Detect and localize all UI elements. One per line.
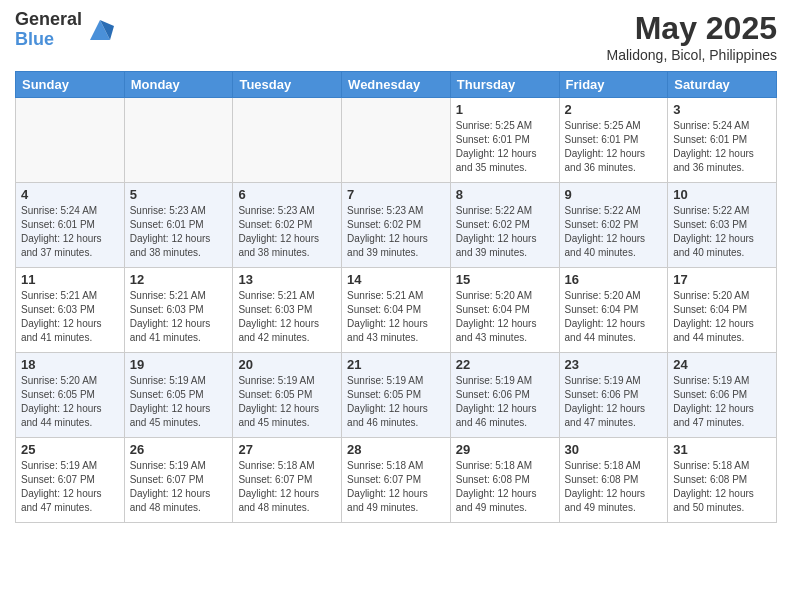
calendar-cell	[342, 98, 451, 183]
calendar-cell: 12Sunrise: 5:21 AM Sunset: 6:03 PM Dayli…	[124, 268, 233, 353]
day-number: 22	[456, 357, 554, 372]
calendar-cell: 6Sunrise: 5:23 AM Sunset: 6:02 PM Daylig…	[233, 183, 342, 268]
day-number: 25	[21, 442, 119, 457]
calendar-cell: 28Sunrise: 5:18 AM Sunset: 6:07 PM Dayli…	[342, 438, 451, 523]
logo-blue: Blue	[15, 30, 82, 50]
location: Malidong, Bicol, Philippines	[607, 47, 777, 63]
day-info: Sunrise: 5:18 AM Sunset: 6:07 PM Dayligh…	[238, 459, 336, 515]
day-number: 20	[238, 357, 336, 372]
calendar-cell: 24Sunrise: 5:19 AM Sunset: 6:06 PM Dayli…	[668, 353, 777, 438]
day-number: 18	[21, 357, 119, 372]
calendar-cell: 15Sunrise: 5:20 AM Sunset: 6:04 PM Dayli…	[450, 268, 559, 353]
month-title: May 2025	[607, 10, 777, 47]
calendar-cell: 8Sunrise: 5:22 AM Sunset: 6:02 PM Daylig…	[450, 183, 559, 268]
week-row-1: 1Sunrise: 5:25 AM Sunset: 6:01 PM Daylig…	[16, 98, 777, 183]
day-number: 17	[673, 272, 771, 287]
calendar-cell	[16, 98, 125, 183]
day-number: 27	[238, 442, 336, 457]
day-info: Sunrise: 5:24 AM Sunset: 6:01 PM Dayligh…	[673, 119, 771, 175]
day-info: Sunrise: 5:19 AM Sunset: 6:07 PM Dayligh…	[130, 459, 228, 515]
header-friday: Friday	[559, 72, 668, 98]
day-info: Sunrise: 5:19 AM Sunset: 6:06 PM Dayligh…	[456, 374, 554, 430]
day-info: Sunrise: 5:18 AM Sunset: 6:08 PM Dayligh…	[565, 459, 663, 515]
day-info: Sunrise: 5:19 AM Sunset: 6:05 PM Dayligh…	[238, 374, 336, 430]
logo: General Blue	[15, 10, 114, 50]
day-info: Sunrise: 5:24 AM Sunset: 6:01 PM Dayligh…	[21, 204, 119, 260]
logo-icon	[86, 16, 114, 44]
day-number: 28	[347, 442, 445, 457]
day-number: 7	[347, 187, 445, 202]
calendar-cell: 23Sunrise: 5:19 AM Sunset: 6:06 PM Dayli…	[559, 353, 668, 438]
calendar-cell: 27Sunrise: 5:18 AM Sunset: 6:07 PM Dayli…	[233, 438, 342, 523]
day-info: Sunrise: 5:23 AM Sunset: 6:01 PM Dayligh…	[130, 204, 228, 260]
week-row-2: 4Sunrise: 5:24 AM Sunset: 6:01 PM Daylig…	[16, 183, 777, 268]
calendar-cell: 9Sunrise: 5:22 AM Sunset: 6:02 PM Daylig…	[559, 183, 668, 268]
day-number: 26	[130, 442, 228, 457]
day-number: 23	[565, 357, 663, 372]
calendar-cell: 7Sunrise: 5:23 AM Sunset: 6:02 PM Daylig…	[342, 183, 451, 268]
day-info: Sunrise: 5:21 AM Sunset: 6:03 PM Dayligh…	[238, 289, 336, 345]
day-number: 19	[130, 357, 228, 372]
week-row-4: 18Sunrise: 5:20 AM Sunset: 6:05 PM Dayli…	[16, 353, 777, 438]
day-number: 29	[456, 442, 554, 457]
day-number: 11	[21, 272, 119, 287]
title-area: May 2025 Malidong, Bicol, Philippines	[607, 10, 777, 63]
day-number: 31	[673, 442, 771, 457]
calendar-cell: 5Sunrise: 5:23 AM Sunset: 6:01 PM Daylig…	[124, 183, 233, 268]
header-monday: Monday	[124, 72, 233, 98]
day-number: 10	[673, 187, 771, 202]
calendar-cell: 11Sunrise: 5:21 AM Sunset: 6:03 PM Dayli…	[16, 268, 125, 353]
calendar-cell: 1Sunrise: 5:25 AM Sunset: 6:01 PM Daylig…	[450, 98, 559, 183]
calendar-cell: 2Sunrise: 5:25 AM Sunset: 6:01 PM Daylig…	[559, 98, 668, 183]
page-container: General Blue May 2025 Malidong, Bicol, P…	[0, 0, 792, 533]
day-info: Sunrise: 5:22 AM Sunset: 6:03 PM Dayligh…	[673, 204, 771, 260]
calendar-cell: 21Sunrise: 5:19 AM Sunset: 6:05 PM Dayli…	[342, 353, 451, 438]
calendar-cell: 3Sunrise: 5:24 AM Sunset: 6:01 PM Daylig…	[668, 98, 777, 183]
day-info: Sunrise: 5:19 AM Sunset: 6:06 PM Dayligh…	[673, 374, 771, 430]
day-number: 8	[456, 187, 554, 202]
day-number: 2	[565, 102, 663, 117]
day-info: Sunrise: 5:19 AM Sunset: 6:07 PM Dayligh…	[21, 459, 119, 515]
calendar-cell	[124, 98, 233, 183]
day-info: Sunrise: 5:23 AM Sunset: 6:02 PM Dayligh…	[238, 204, 336, 260]
logo-general: General	[15, 10, 82, 30]
header: General Blue May 2025 Malidong, Bicol, P…	[15, 10, 777, 63]
logo-text: General Blue	[15, 10, 82, 50]
day-info: Sunrise: 5:20 AM Sunset: 6:04 PM Dayligh…	[673, 289, 771, 345]
day-info: Sunrise: 5:20 AM Sunset: 6:04 PM Dayligh…	[456, 289, 554, 345]
calendar: Sunday Monday Tuesday Wednesday Thursday…	[15, 71, 777, 523]
calendar-cell: 20Sunrise: 5:19 AM Sunset: 6:05 PM Dayli…	[233, 353, 342, 438]
day-info: Sunrise: 5:25 AM Sunset: 6:01 PM Dayligh…	[456, 119, 554, 175]
calendar-cell: 17Sunrise: 5:20 AM Sunset: 6:04 PM Dayli…	[668, 268, 777, 353]
day-info: Sunrise: 5:22 AM Sunset: 6:02 PM Dayligh…	[565, 204, 663, 260]
day-number: 14	[347, 272, 445, 287]
day-info: Sunrise: 5:21 AM Sunset: 6:04 PM Dayligh…	[347, 289, 445, 345]
header-thursday: Thursday	[450, 72, 559, 98]
day-info: Sunrise: 5:20 AM Sunset: 6:05 PM Dayligh…	[21, 374, 119, 430]
day-info: Sunrise: 5:21 AM Sunset: 6:03 PM Dayligh…	[21, 289, 119, 345]
calendar-cell: 29Sunrise: 5:18 AM Sunset: 6:08 PM Dayli…	[450, 438, 559, 523]
weekday-header-row: Sunday Monday Tuesday Wednesday Thursday…	[16, 72, 777, 98]
header-wednesday: Wednesday	[342, 72, 451, 98]
calendar-cell: 19Sunrise: 5:19 AM Sunset: 6:05 PM Dayli…	[124, 353, 233, 438]
calendar-cell	[233, 98, 342, 183]
day-info: Sunrise: 5:25 AM Sunset: 6:01 PM Dayligh…	[565, 119, 663, 175]
calendar-cell: 30Sunrise: 5:18 AM Sunset: 6:08 PM Dayli…	[559, 438, 668, 523]
day-number: 30	[565, 442, 663, 457]
calendar-cell: 10Sunrise: 5:22 AM Sunset: 6:03 PM Dayli…	[668, 183, 777, 268]
day-number: 9	[565, 187, 663, 202]
day-number: 3	[673, 102, 771, 117]
calendar-cell: 25Sunrise: 5:19 AM Sunset: 6:07 PM Dayli…	[16, 438, 125, 523]
calendar-cell: 31Sunrise: 5:18 AM Sunset: 6:08 PM Dayli…	[668, 438, 777, 523]
header-sunday: Sunday	[16, 72, 125, 98]
day-info: Sunrise: 5:22 AM Sunset: 6:02 PM Dayligh…	[456, 204, 554, 260]
day-number: 1	[456, 102, 554, 117]
calendar-cell: 4Sunrise: 5:24 AM Sunset: 6:01 PM Daylig…	[16, 183, 125, 268]
header-saturday: Saturday	[668, 72, 777, 98]
week-row-5: 25Sunrise: 5:19 AM Sunset: 6:07 PM Dayli…	[16, 438, 777, 523]
day-number: 5	[130, 187, 228, 202]
day-info: Sunrise: 5:23 AM Sunset: 6:02 PM Dayligh…	[347, 204, 445, 260]
header-tuesday: Tuesday	[233, 72, 342, 98]
day-info: Sunrise: 5:21 AM Sunset: 6:03 PM Dayligh…	[130, 289, 228, 345]
day-number: 24	[673, 357, 771, 372]
